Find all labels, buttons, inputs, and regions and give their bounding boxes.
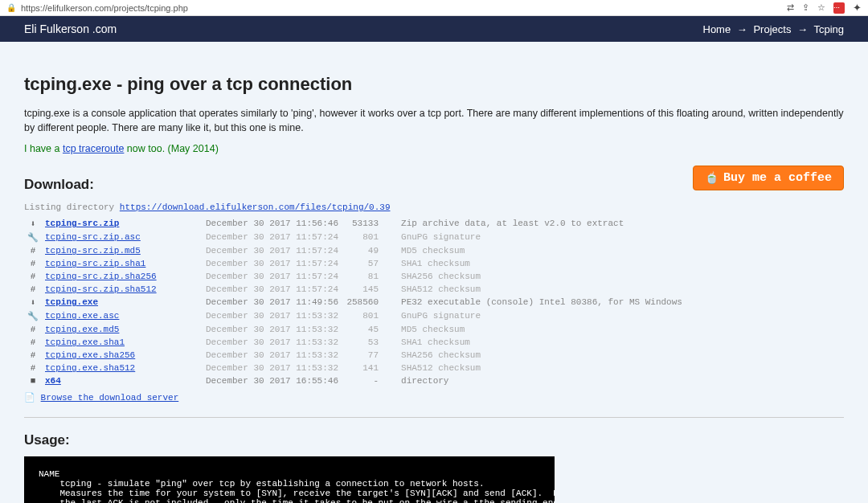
hash-icon: # bbox=[24, 362, 42, 374]
breadcrumb-arrow-icon: → bbox=[797, 23, 808, 35]
download-icon: ⬇ bbox=[24, 217, 42, 231]
file-description: SHA1 checksum bbox=[398, 336, 844, 349]
file-date: December 30 2017 11:53:32 bbox=[203, 336, 342, 349]
lock-icon: 🔒 bbox=[6, 3, 16, 12]
browser-extension-icons: ⇄ ⇪ ☆ … ✦ bbox=[787, 2, 862, 14]
extensions-puzzle-icon[interactable]: ✦ bbox=[853, 2, 862, 14]
file-size: 45 bbox=[342, 323, 398, 336]
file-link[interactable]: tcping-src.zip.sha512 bbox=[45, 284, 157, 294]
file-date: December 30 2017 11:57:24 bbox=[203, 270, 342, 283]
file-link[interactable]: tcping.exe.sha1 bbox=[45, 337, 125, 347]
file-size: 141 bbox=[342, 362, 398, 374]
file-description: SHA1 checksum bbox=[398, 257, 844, 270]
file-size: 258560 bbox=[342, 296, 398, 309]
top-nav: Eli Fulkerson .com Home → Projects → Tcp… bbox=[0, 16, 868, 42]
file-description: MD5 checksum bbox=[398, 244, 844, 257]
listing-prefix: Listing directory bbox=[24, 202, 120, 212]
file-size: 81 bbox=[342, 270, 398, 283]
usage-terminal: NAME tcping - simulate "ping" over tcp b… bbox=[24, 456, 555, 503]
table-row: 🔧tcping.exe.ascDecember 30 2017 11:53:32… bbox=[24, 309, 844, 323]
share-icon[interactable]: ⇪ bbox=[802, 2, 809, 13]
file-size: 49 bbox=[342, 244, 398, 257]
file-date: December 30 2017 11:57:24 bbox=[203, 257, 342, 270]
browse-download-server: 📄 Browse the download server bbox=[24, 392, 844, 403]
table-row: #tcping-src.zip.sha1December 30 2017 11:… bbox=[24, 257, 844, 270]
file-date: December 30 2017 11:53:32 bbox=[203, 309, 342, 323]
hash-icon: # bbox=[24, 244, 42, 257]
buy-me-a-coffee-button[interactable]: 🍵 Buy me a coffee bbox=[693, 166, 844, 190]
file-link[interactable]: tcping.exe bbox=[45, 297, 98, 307]
browser-address-bar: 🔒 https://elifulkerson.com/projects/tcpi… bbox=[0, 0, 868, 16]
file-link[interactable]: tcping-src.zip.asc bbox=[45, 232, 141, 242]
folder-icon: ■ bbox=[24, 374, 42, 387]
table-row: #tcping-src.zip.sha256December 30 2017 1… bbox=[24, 270, 844, 283]
file-link[interactable]: tcping-src.zip.sha1 bbox=[45, 259, 145, 268]
hash-icon: # bbox=[24, 323, 42, 336]
listing-directory-line: Listing directory https://download.elifu… bbox=[24, 202, 844, 212]
extension-red-icon[interactable]: … bbox=[833, 2, 845, 14]
listing-url-link[interactable]: https://download.elifulkerson.com/files/… bbox=[120, 202, 391, 212]
hash-icon: # bbox=[24, 257, 42, 270]
file-size: 57 bbox=[342, 257, 398, 270]
usage-heading: Usage: bbox=[24, 432, 844, 448]
file-date: December 30 2017 11:53:32 bbox=[203, 349, 342, 362]
table-row: #tcping-src.zip.md5December 30 2017 11:5… bbox=[24, 244, 844, 257]
file-description: SHA256 checksum bbox=[398, 349, 844, 362]
file-description: directory bbox=[398, 374, 844, 387]
download-heading: Download: bbox=[24, 177, 693, 193]
hash-icon: # bbox=[24, 270, 42, 283]
file-date: December 30 2017 11:53:32 bbox=[203, 323, 342, 336]
table-row: ⬇tcping-src.zipDecember 30 2017 11:56:46… bbox=[24, 217, 844, 231]
file-date: December 30 2017 11:57:24 bbox=[203, 283, 342, 296]
file-date: December 30 2017 11:53:32 bbox=[203, 362, 342, 374]
table-row: ⬇tcping.exeDecember 30 2017 11:49:562585… bbox=[24, 296, 844, 309]
hash-icon: # bbox=[24, 336, 42, 349]
file-link[interactable]: tcping.exe.md5 bbox=[45, 325, 119, 334]
file-link[interactable]: tcping-src.zip.md5 bbox=[45, 246, 141, 256]
site-brand[interactable]: Eli Fulkerson .com bbox=[24, 22, 117, 35]
download-icon: ⬇ bbox=[24, 296, 42, 309]
note-suffix: now too. (May 2014) bbox=[124, 143, 218, 154]
file-link[interactable]: tcping-src.zip.sha256 bbox=[45, 272, 157, 281]
file-description: GnuPG signature bbox=[398, 309, 844, 323]
table-row: #tcping.exe.sha256December 30 2017 11:53… bbox=[24, 349, 844, 362]
file-size: - bbox=[342, 374, 398, 387]
key-icon: 🔧 bbox=[24, 231, 42, 244]
tcp-traceroute-link[interactable]: tcp traceroute bbox=[63, 143, 124, 154]
file-size: 77 bbox=[342, 349, 398, 362]
browser-url[interactable]: https://elifulkerson.com/projects/tcping… bbox=[21, 3, 787, 13]
main-content: tcping.exe - ping over a tcp connection … bbox=[0, 42, 868, 503]
breadcrumb-home[interactable]: Home bbox=[703, 23, 731, 35]
table-row: #tcping-src.zip.sha512December 30 2017 1… bbox=[24, 283, 844, 296]
key-icon: 🔧 bbox=[24, 309, 42, 323]
section-divider bbox=[24, 417, 844, 418]
table-row: 🔧tcping-src.zip.ascDecember 30 2017 11:5… bbox=[24, 231, 844, 244]
file-description: MD5 checksum bbox=[398, 323, 844, 336]
note-prefix: I have a bbox=[24, 143, 63, 154]
table-row: #tcping.exe.sha1December 30 2017 11:53:3… bbox=[24, 336, 844, 349]
table-row: #tcping.exe.sha512December 30 2017 11:53… bbox=[24, 362, 844, 374]
file-size: 145 bbox=[342, 283, 398, 296]
file-link[interactable]: tcping-src.zip bbox=[45, 219, 119, 228]
coffee-label: Buy me a coffee bbox=[723, 171, 832, 185]
file-size: 801 bbox=[342, 231, 398, 244]
file-link[interactable]: tcping.exe.asc bbox=[45, 311, 119, 321]
file-date: December 30 2017 11:49:56 bbox=[203, 296, 342, 309]
file-size: 53 bbox=[342, 336, 398, 349]
table-row: #tcping.exe.md5December 30 2017 11:53:32… bbox=[24, 323, 844, 336]
translate-icon[interactable]: ⇄ bbox=[787, 2, 794, 13]
file-description: GnuPG signature bbox=[398, 231, 844, 244]
browse-download-server-link[interactable]: Browse the download server bbox=[41, 393, 179, 403]
file-link[interactable]: tcping.exe.sha512 bbox=[45, 363, 135, 373]
file-description: SHA256 checksum bbox=[398, 270, 844, 283]
file-link[interactable]: x64 bbox=[45, 376, 61, 386]
file-date: December 30 2017 11:57:24 bbox=[203, 244, 342, 257]
file-link[interactable]: tcping.exe.sha256 bbox=[45, 350, 135, 360]
breadcrumb-tcping[interactable]: Tcping bbox=[813, 23, 844, 35]
coffee-cup-icon: 🍵 bbox=[705, 171, 719, 185]
file-size: 801 bbox=[342, 309, 398, 323]
breadcrumb-projects[interactable]: Projects bbox=[753, 23, 791, 35]
hash-icon: # bbox=[24, 283, 42, 296]
star-icon[interactable]: ☆ bbox=[817, 2, 825, 13]
breadcrumb-arrow-icon: → bbox=[737, 23, 747, 35]
